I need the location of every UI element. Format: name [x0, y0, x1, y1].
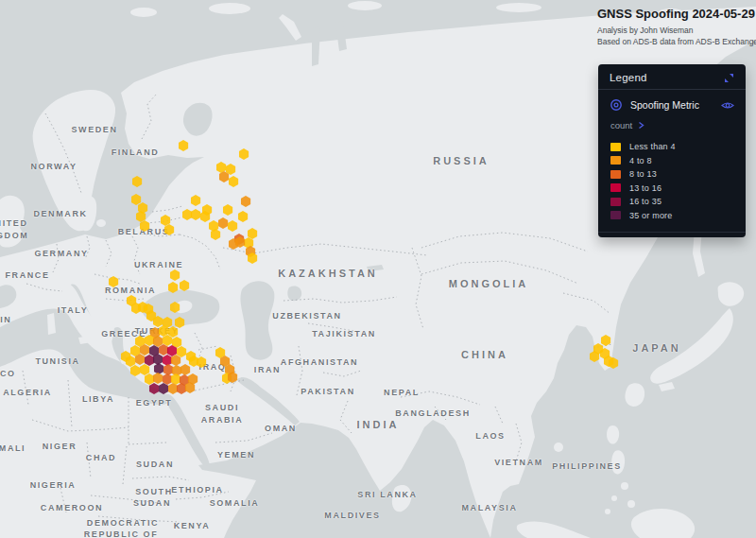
- hex-bin[interactable]: [216, 162, 227, 173]
- legend-swatch: [610, 198, 621, 206]
- legend-item: Less than 4: [610, 140, 734, 154]
- legend-swatch: [610, 211, 621, 219]
- legend-item-label: 16 to 35: [629, 197, 662, 206]
- legend-item-label: 4 to 8: [629, 156, 652, 165]
- hex-bin[interactable]: [140, 364, 150, 375]
- hex-bin[interactable]: [171, 373, 181, 385]
- hex-bin[interactable]: [229, 176, 239, 187]
- hex-bin[interactable]: [239, 148, 249, 160]
- hex-bin[interactable]: [180, 364, 191, 375]
- legend-item-label: Less than 4: [629, 142, 676, 151]
- legend-item-label: 13 to 16: [629, 183, 662, 193]
- legend-swatch: [610, 183, 621, 192]
- hex-bin[interactable]: [228, 220, 238, 232]
- collapse-arrows-icon[interactable]: [724, 73, 734, 83]
- subtitle-source: Based on ADS-B data from ADS-B Exchange: [597, 36, 756, 47]
- layer-circle-icon: [610, 98, 623, 112]
- hex-bin[interactable]: [168, 282, 179, 293]
- hex-bin[interactable]: [168, 326, 179, 338]
- hex-bin[interactable]: [182, 209, 193, 220]
- hex-bin[interactable]: [191, 195, 201, 206]
- legend-item: 16 to 35: [610, 195, 734, 209]
- hex-bin[interactable]: [241, 196, 251, 207]
- hex-bin[interactable]: [109, 276, 119, 287]
- hex-bin[interactable]: [132, 176, 143, 187]
- legend-title: Legend: [610, 72, 647, 83]
- legend-panel: Legend Spoofing Metric: [598, 64, 746, 237]
- hex-bin[interactable]: [145, 373, 155, 385]
- field-selector[interactable]: count: [598, 114, 746, 132]
- hex-bin[interactable]: [170, 302, 180, 313]
- legend-swatch: [610, 170, 621, 179]
- hex-bin[interactable]: [179, 140, 189, 151]
- subtitle-author: Analysis by John Wiseman: [597, 25, 756, 36]
- eye-icon[interactable]: [721, 100, 734, 111]
- hex-bin[interactable]: [145, 355, 155, 366]
- hex-bin[interactable]: [130, 365, 141, 376]
- hex-bin[interactable]: [131, 194, 142, 205]
- hex-bin[interactable]: [238, 211, 249, 222]
- field-name: count: [610, 120, 632, 130]
- legend-footer: [598, 232, 746, 237]
- page-title: GNSS Spoofing 2024-05-29: [597, 7, 756, 21]
- map-app: UNITEDKINGDOMNORWAYSWEDENFINLANDDENMARKR…: [0, 0, 756, 538]
- hex-bin[interactable]: [175, 317, 185, 328]
- layer-row: Spoofing Metric: [598, 90, 746, 114]
- hex-bin[interactable]: [223, 204, 233, 216]
- hex-bin[interactable]: [153, 373, 163, 384]
- title-block: GNSS Spoofing 2024-05-29 Analysis by Joh…: [597, 7, 756, 48]
- chevron-right-icon: [638, 121, 644, 130]
- legend-swatch: [610, 156, 621, 165]
- hex-bin[interactable]: [154, 363, 164, 374]
- legend-item-label: 8 to 13: [629, 169, 657, 179]
- hex-bin[interactable]: [180, 280, 190, 291]
- hex-bin[interactable]: [163, 364, 174, 375]
- hex-bin[interactable]: [177, 346, 187, 357]
- legend-item: 35 or more: [610, 209, 734, 223]
- legend-items: Less than 44 to 88 to 1313 to 1616 to 35…: [598, 132, 746, 230]
- hex-bin[interactable]: [168, 383, 179, 394]
- hex-bin[interactable]: [163, 355, 173, 366]
- hex-bin[interactable]: [170, 269, 180, 281]
- legend-item: 4 to 8: [610, 154, 734, 168]
- layer-name: Spoofing Metric: [630, 99, 699, 111]
- hex-bin[interactable]: [218, 217, 229, 229]
- legend-swatch: [610, 143, 621, 151]
- legend-item: 13 to 16: [610, 182, 734, 196]
- hex-bin[interactable]: [601, 335, 611, 346]
- hex-bin[interactable]: [191, 209, 201, 220]
- hex-bin[interactable]: [149, 383, 160, 394]
- legend-item-label: 35 or more: [629, 211, 673, 220]
- legend-item: 8 to 13: [610, 167, 734, 182]
